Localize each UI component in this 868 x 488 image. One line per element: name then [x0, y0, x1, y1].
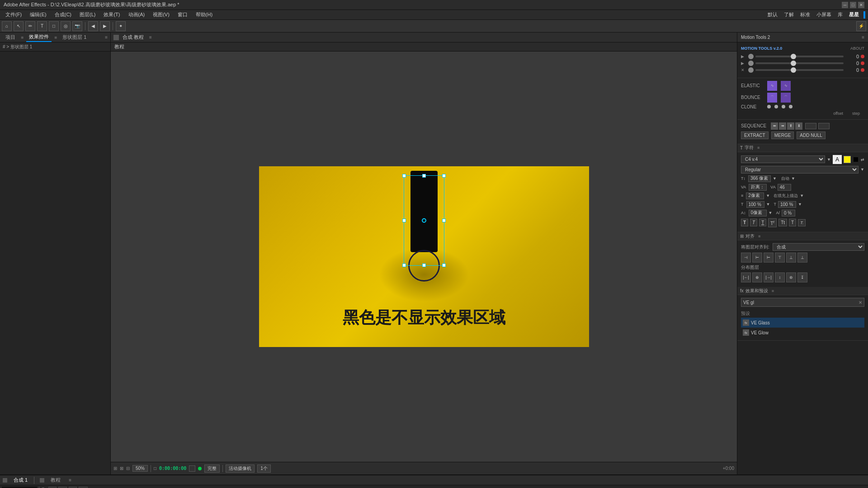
panel-menu-btn[interactable]: ≡ [105, 35, 108, 40]
workspace-default[interactable]: 默认 [765, 11, 780, 18]
h-scale[interactable] [746, 201, 764, 208]
camera-select[interactable]: 活动摄像机 [226, 465, 255, 473]
seq-icon-3[interactable]: ⬆ [787, 122, 794, 130]
toolbar-camera[interactable]: 📷 [72, 21, 82, 31]
menu-help[interactable]: 帮助(H) [192, 10, 216, 19]
handle-br[interactable] [442, 263, 446, 267]
font-size[interactable] [748, 175, 771, 182]
effects-menu-btn[interactable]: ≡ [772, 289, 774, 293]
mt-thumb-1[interactable] [748, 54, 754, 59]
dist-hcenter[interactable]: ⊕ [752, 272, 762, 282]
handle-tl[interactable] [402, 174, 406, 178]
char-menu-btn[interactable]: ≡ [757, 145, 760, 150]
minimize-button[interactable]: ─ [842, 2, 848, 8]
baseline-menu[interactable]: ▼ [769, 211, 773, 215]
zoom-level[interactable]: 50% [132, 465, 148, 472]
superscript-btn[interactable]: Tr [768, 218, 777, 227]
stroke-value[interactable] [746, 192, 764, 199]
color-swatch-yellow[interactable] [844, 156, 851, 163]
toolbar-type[interactable]: T [37, 21, 47, 31]
mt-slider-2[interactable] [755, 62, 844, 64]
mt-red-dot-1[interactable] [861, 55, 864, 58]
menu-edit[interactable]: 编辑(E) [26, 10, 50, 19]
frac-btn[interactable]: T. [798, 219, 806, 226]
mt-slider-3[interactable] [755, 69, 844, 71]
align-left[interactable]: ⊣ [741, 253, 751, 263]
auto-menu[interactable]: ▼ [791, 176, 795, 181]
color-swatch-black[interactable] [854, 157, 858, 162]
style-select[interactable]: Regular [741, 166, 859, 174]
mt-thumb-3[interactable] [748, 67, 754, 73]
dist-top[interactable]: ↕ [775, 272, 785, 282]
effects-search-input[interactable] [741, 300, 857, 305]
menu-view[interactable]: 视图(V) [149, 10, 173, 19]
font-size-menu[interactable]: ▼ [773, 176, 777, 181]
handle-tr[interactable] [442, 174, 446, 178]
menu-animation[interactable]: 动画(A) [125, 10, 149, 19]
v-scale[interactable] [778, 201, 796, 208]
font-browse[interactable]: ▼ [827, 157, 831, 162]
bounce-btn-1[interactable]: ⌒ [767, 93, 777, 103]
menu-window[interactable]: 窗口 [174, 10, 191, 19]
workspace-standard[interactable]: 标准 [797, 11, 813, 18]
align-top[interactable]: ⊤ [775, 253, 785, 263]
skew-value[interactable] [782, 210, 795, 216]
workspace-small-screen[interactable]: 小屏幕 [814, 11, 834, 18]
comp-tab-label[interactable]: 合成 教程 [123, 34, 144, 41]
elastic-btn-2[interactable]: ∿ [781, 81, 791, 91]
viewer-options[interactable]: ⊞ [113, 466, 117, 471]
handle-ml[interactable] [402, 219, 406, 222]
handle-tm[interactable] [422, 174, 426, 178]
dist-vcenter[interactable]: ⊛ [786, 272, 796, 282]
handle-mr[interactable] [442, 219, 446, 222]
merge-btn[interactable]: MERGE [771, 131, 794, 139]
handle-bm[interactable] [422, 263, 426, 267]
effect-ve-glass[interactable]: fx VE Glass [741, 318, 864, 328]
frame-icon[interactable]: □ [154, 466, 156, 471]
dist-bottom[interactable]: ↧ [797, 272, 807, 282]
bounce-btn-2[interactable]: ⌒ [781, 93, 791, 103]
toolbar-home[interactable]: ⌂ [2, 21, 12, 31]
swap-colors[interactable]: ⇄ [861, 157, 864, 162]
menu-layer[interactable]: 图层(L) [76, 10, 99, 19]
record-btn[interactable] [198, 467, 202, 470]
hscale-menu[interactable]: ▼ [766, 202, 770, 206]
align-to-select[interactable]: 合成 [773, 243, 864, 251]
motion-tools-menu[interactable]: ≡ [862, 35, 864, 40]
search-clear[interactable]: ✕ [857, 300, 864, 305]
dist-left[interactable]: |←| [741, 272, 751, 282]
maximize-button[interactable]: □ [850, 2, 856, 8]
align-vcenter[interactable]: ⊥ [786, 253, 796, 263]
bold-btn[interactable]: T [741, 219, 748, 226]
toolbar-shape[interactable]: □ [49, 21, 59, 31]
toolbar-snap[interactable]: ✦ [116, 21, 126, 31]
mt-slider-1[interactable] [755, 56, 844, 57]
menu-effects[interactable]: 效果(T) [100, 10, 123, 19]
extract-btn[interactable]: EXTRACT [741, 131, 769, 139]
seq-icon-4[interactable]: ⬇ [795, 122, 802, 130]
italic-btn[interactable]: T [750, 219, 757, 226]
timeline-tab-tutorial[interactable]: 教程 [48, 476, 63, 484]
timeline-menu[interactable]: ≡ [69, 478, 71, 483]
workspace-stars[interactable]: 星星 [846, 11, 862, 18]
workspace-library[interactable]: 库 [835, 11, 845, 18]
all-caps-btn[interactable]: T [789, 219, 796, 226]
mt-red-dot-2[interactable] [861, 61, 864, 65]
baseline-value[interactable] [749, 210, 767, 216]
toolbar-back[interactable]: ◀ [88, 21, 98, 31]
font-select[interactable]: C4 v.4 [741, 155, 825, 163]
mt-about-btn[interactable]: ABOUT [850, 46, 864, 51]
align-hcenter[interactable]: ⊢ [752, 253, 762, 263]
add-null-btn[interactable]: ADD NULL [797, 131, 825, 139]
toolbar-render[interactable]: ⚡ [856, 21, 866, 31]
effect-ve-glow[interactable]: fx VE Glow [741, 328, 864, 338]
seq-icon-1[interactable]: ⬅ [771, 122, 778, 130]
underline-btn[interactable]: T [759, 219, 766, 226]
toolbar-play[interactable]: ▶ [100, 21, 110, 31]
toolbar-pen[interactable]: ✏ [25, 21, 35, 31]
fill-color[interactable]: A [833, 155, 842, 164]
style-browse[interactable]: ▼ [860, 167, 864, 172]
quality-select[interactable]: 完整 [204, 465, 220, 473]
views-select[interactable]: 1个 [257, 465, 271, 473]
stroke-pos-menu[interactable]: ▼ [800, 193, 804, 198]
